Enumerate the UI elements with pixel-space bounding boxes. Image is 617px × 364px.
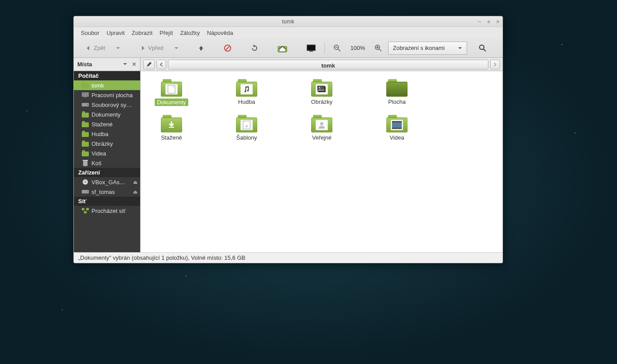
folder-emblem-icon bbox=[316, 120, 328, 130]
svg-rect-59 bbox=[395, 128, 396, 129]
sidebar-title: Místa bbox=[77, 61, 92, 68]
file-manager-window: tomk − + × Soubor Upravit Zobrazit Přejí… bbox=[73, 16, 503, 263]
svg-rect-28 bbox=[82, 140, 85, 142]
close-button[interactable]: × bbox=[496, 18, 500, 25]
folder-emblem-icon bbox=[165, 84, 178, 95]
sidebar-close-icon[interactable]: ✕ bbox=[132, 61, 137, 68]
folder-item[interactable]: Obrázky bbox=[300, 79, 344, 106]
menu-bookmarks[interactable]: Záložky bbox=[177, 29, 202, 37]
folder-icon bbox=[82, 121, 89, 127]
forward-menu-button[interactable] bbox=[170, 42, 183, 55]
svg-rect-57 bbox=[400, 121, 401, 122]
statusbar: „Dokumenty" vybrán (obsahující 1 položku… bbox=[74, 252, 503, 263]
back-button[interactable]: Zpět bbox=[81, 42, 110, 55]
menu-view[interactable]: Zobrazit bbox=[129, 29, 155, 37]
sidebar-item[interactable]: tomk bbox=[74, 80, 140, 90]
folder-item[interactable]: Veřejné bbox=[300, 115, 344, 141]
maximize-button[interactable]: + bbox=[487, 18, 491, 25]
folder-emblem-icon bbox=[165, 120, 178, 130]
folder-icon bbox=[161, 79, 182, 97]
menu-file[interactable]: Soubor bbox=[78, 29, 102, 37]
up-button[interactable] bbox=[194, 42, 209, 55]
svg-point-45 bbox=[319, 87, 320, 88]
path-prev-button[interactable] bbox=[156, 60, 166, 69]
sidebar-item[interactable]: Souborový sy… bbox=[74, 100, 140, 110]
path-segment-home[interactable]: tomk bbox=[168, 60, 488, 69]
zoom-out-button[interactable] bbox=[329, 42, 345, 55]
svg-rect-56 bbox=[398, 121, 399, 122]
svg-line-10 bbox=[379, 49, 381, 51]
svg-rect-38 bbox=[86, 208, 89, 210]
path-edit-button[interactable] bbox=[143, 60, 155, 69]
sidebar-item-label: Obrázky bbox=[91, 140, 113, 147]
svg-line-14 bbox=[484, 49, 486, 51]
view-mode-select[interactable]: Zobrazení s ikonami bbox=[388, 42, 467, 55]
computer-button[interactable] bbox=[302, 42, 320, 55]
sidebar-item[interactable]: Obrázky bbox=[74, 139, 140, 148]
sidebar-item[interactable]: sf_tomas⏏ bbox=[74, 187, 140, 197]
folder-icon bbox=[82, 111, 89, 118]
sidebar-item[interactable]: Hudba bbox=[74, 129, 140, 139]
trash-icon bbox=[82, 160, 89, 166]
sidebar-item[interactable]: VBox_GAs…⏏ bbox=[74, 177, 140, 187]
svg-point-13 bbox=[480, 45, 484, 49]
svg-rect-16 bbox=[82, 82, 85, 84]
path-next-button[interactable] bbox=[490, 60, 500, 69]
sidebar-item[interactable]: Dokumenty bbox=[74, 110, 140, 119]
folder-icon bbox=[82, 150, 89, 156]
back-menu-button[interactable] bbox=[111, 42, 125, 55]
icon-view[interactable]: DokumentyHudbaObrázkyPlochaStaženéaŠablo… bbox=[141, 71, 503, 252]
svg-rect-17 bbox=[82, 92, 89, 97]
reload-button[interactable] bbox=[247, 42, 263, 55]
folder-label: Veřejné bbox=[312, 134, 331, 141]
sidebar-item[interactable]: Videa bbox=[74, 148, 140, 158]
folder-label: Plocha bbox=[388, 99, 406, 105]
zoom-in-button[interactable] bbox=[370, 42, 386, 55]
svg-rect-21 bbox=[82, 113, 89, 118]
forward-button[interactable]: Vpřed bbox=[135, 42, 168, 55]
svg-rect-24 bbox=[82, 121, 85, 123]
svg-rect-31 bbox=[83, 161, 88, 166]
svg-rect-40 bbox=[328, 60, 328, 61]
sidebar-item-label: sf_tomas bbox=[91, 189, 115, 195]
svg-text:a: a bbox=[246, 123, 248, 128]
minimize-button[interactable]: − bbox=[478, 18, 482, 25]
sidebar-item-label: tomk bbox=[91, 82, 104, 89]
sidebar-item[interactable]: Stažené bbox=[74, 119, 140, 129]
sidebar-header: Místa ✕ bbox=[74, 58, 140, 71]
home-button[interactable] bbox=[273, 42, 292, 55]
svg-line-7 bbox=[338, 49, 340, 51]
search-button[interactable] bbox=[474, 42, 491, 55]
titlebar[interactable]: tomk − + × bbox=[74, 16, 503, 27]
folder-item[interactable]: Plocha bbox=[375, 79, 419, 106]
folder-item[interactable]: Dokumenty bbox=[149, 79, 194, 106]
svg-rect-23 bbox=[82, 122, 89, 127]
stop-button[interactable] bbox=[219, 42, 236, 55]
folder-label: Obrázky bbox=[311, 99, 332, 105]
svg-rect-27 bbox=[82, 142, 89, 147]
sidebar-item[interactable]: Pracovní plocha bbox=[74, 90, 140, 100]
sidebar-menu-icon[interactable] bbox=[123, 61, 127, 68]
drive-icon bbox=[82, 189, 89, 195]
folder-item[interactable]: Stažené bbox=[149, 115, 194, 141]
folder-item[interactable]: aŠablony bbox=[225, 115, 269, 141]
sidebar-item-label: Hudba bbox=[91, 131, 108, 137]
svg-rect-15 bbox=[82, 83, 89, 88]
sidebar-item[interactable]: Procházet síť bbox=[74, 206, 140, 216]
network-icon bbox=[82, 208, 89, 214]
menu-edit[interactable]: Upravit bbox=[104, 29, 127, 37]
folder-item[interactable]: Videa bbox=[375, 115, 419, 141]
svg-rect-55 bbox=[396, 121, 397, 122]
menu-help[interactable]: Nápověda bbox=[204, 29, 236, 37]
sidebar-item[interactable]: Koš bbox=[74, 158, 140, 168]
folder-label: Stažené bbox=[161, 134, 182, 141]
sidebar-item-label: Procházet síť bbox=[91, 208, 126, 214]
menu-go[interactable]: Přejít bbox=[157, 29, 175, 37]
eject-icon[interactable]: ⏏ bbox=[133, 189, 137, 195]
folder-icon: a bbox=[236, 115, 257, 133]
eject-icon[interactable]: ⏏ bbox=[133, 179, 137, 185]
folder-item[interactable]: Hudba bbox=[225, 79, 269, 106]
svg-rect-29 bbox=[82, 152, 89, 156]
folder-icon bbox=[386, 115, 408, 133]
sidebar-heading: Síť bbox=[74, 197, 140, 206]
